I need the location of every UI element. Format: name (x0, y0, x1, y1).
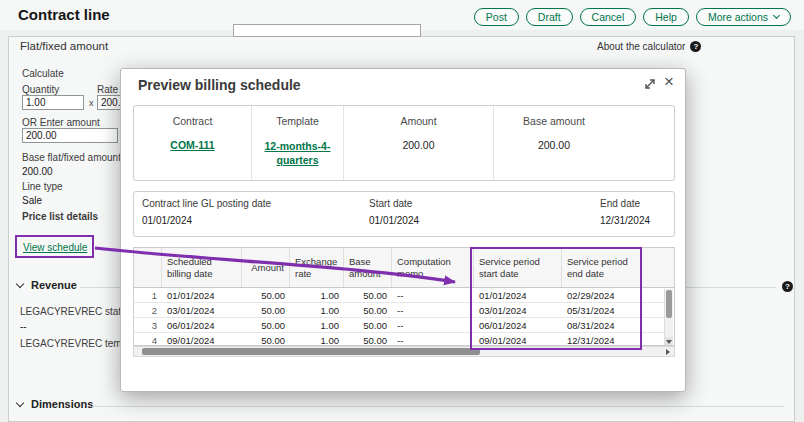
row-number: 1 (134, 288, 162, 302)
service-period-end-cell: 05/31/2024 (562, 303, 642, 317)
rate-label: Rate (97, 84, 118, 95)
start-date-label: Start date (369, 198, 419, 209)
template-link[interactable]: 12-months-4-quarters (258, 139, 338, 167)
end-date-label: End date (600, 198, 650, 209)
exchange-rate-cell: 1.00 (290, 333, 344, 346)
scroll-down-button[interactable] (665, 337, 673, 346)
computation-memo-header: Computation memo (392, 248, 474, 287)
flat-fixed-amount-title: Flat/fixed amount (20, 40, 108, 52)
amount-cell: 50.00 (242, 288, 290, 302)
chevron-down-icon (16, 398, 24, 406)
amount-cell: 50.00 (242, 333, 290, 346)
row-number: 2 (134, 303, 162, 317)
table-row: 3 06/01/2024 50.00 1.00 50.00 -- 06/01/2… (134, 318, 674, 333)
start-date-value: 01/01/2024 (369, 215, 419, 226)
cancel-button[interactable]: Cancel (580, 8, 637, 26)
help-icon[interactable]: ? (690, 41, 701, 52)
dimensions-section-title: Dimensions (31, 398, 93, 410)
service-period-end-cell: 12/31/2024 (562, 333, 642, 346)
horizontal-scrollbar-thumb[interactable] (142, 348, 480, 355)
post-button[interactable]: Post (474, 8, 519, 26)
gl-posting-date-value: 01/01/2024 (142, 215, 271, 226)
price-list-details-label: Price list details (22, 211, 98, 222)
action-buttons: Post Draft Cancel Help More actions (474, 8, 791, 26)
amount-value: 200.00 (344, 139, 493, 151)
billing-date-cell: 06/01/2024 (162, 318, 242, 332)
summary-card: Contract COM-111 Template 12-months-4-qu… (133, 105, 675, 181)
exchange-rate-cell: 1.00 (290, 303, 344, 317)
billing-date-header: Scheduled billing date (162, 248, 242, 287)
end-date-group: End date 12/31/2024 (600, 198, 650, 226)
base-amount-label: Base flat/fixed amount (22, 152, 121, 163)
line-type-value: Sale (22, 195, 42, 206)
exchange-rate-cell: 1.00 (290, 318, 344, 332)
billing-date-cell: 01/01/2024 (162, 288, 242, 302)
line-type-label: Line type (22, 181, 63, 192)
service-period-start-cell: 03/01/2024 (474, 303, 562, 317)
summary-contract: Contract COM-111 (134, 106, 252, 180)
billing-date-cell: 03/01/2024 (162, 303, 242, 317)
about-calculator-link[interactable]: About the calculator ? (597, 41, 701, 52)
contract-line-page: Contract line Post Draft Cancel Help Mor… (0, 0, 804, 422)
revenue-help-icon[interactable]: ? (782, 281, 793, 292)
base-amount-cell: 50.00 (344, 288, 392, 302)
end-date-value: 12/31/2024 (600, 215, 650, 226)
summary-base-amount: Base amount 200.00 (494, 106, 614, 180)
more-actions-button[interactable]: More actions (696, 8, 791, 26)
row-number: 4 (134, 333, 162, 346)
section-divider (92, 406, 784, 407)
vertical-scrollbar[interactable] (664, 289, 673, 346)
draft-button[interactable]: Draft (526, 8, 573, 26)
table-row: 4 09/01/2024 50.00 1.00 50.00 -- 09/01/2… (134, 333, 674, 346)
close-icon[interactable]: × (664, 72, 674, 92)
chevron-down-icon (773, 12, 780, 19)
amount-label: Amount (344, 115, 493, 127)
calculate-label: Calculate (22, 68, 64, 79)
legacyrevrec-status-label: LEGACYREVREC status (20, 306, 132, 317)
preview-billing-schedule-modal: Preview billing schedule × Contract COM-… (120, 68, 686, 392)
computation-memo-cell: -- (392, 288, 474, 302)
about-calculator-label: About the calculator (597, 41, 685, 52)
or-enter-amount-label: OR Enter amount (22, 117, 100, 128)
scroll-right-button[interactable] (663, 348, 673, 355)
table-row: 1 01/01/2024 50.00 1.00 50.00 -- 01/01/2… (134, 288, 674, 303)
truncated-field[interactable] (233, 24, 421, 37)
quantity-input[interactable] (22, 95, 84, 110)
service-period-end-cell: 08/31/2024 (562, 318, 642, 332)
computation-memo-cell: -- (392, 303, 474, 317)
summary-template: Template 12-months-4-quarters (252, 106, 344, 180)
vertical-scrollbar-thumb[interactable] (666, 290, 672, 318)
dimensions-section-header[interactable]: Dimensions (17, 398, 93, 410)
expand-icon[interactable] (643, 77, 657, 91)
summary-amount: Amount 200.00 (344, 106, 494, 180)
chevron-down-icon (16, 279, 24, 287)
revenue-section-header[interactable]: Revenue (17, 279, 77, 291)
legacyrevrec-status-value: -- (20, 321, 27, 332)
billing-date-cell: 09/01/2024 (162, 333, 242, 346)
horizontal-scrollbar[interactable] (133, 346, 675, 357)
base-amount-value: 200.00 (22, 166, 53, 177)
service-period-start-cell: 01/01/2024 (474, 288, 562, 302)
table-header-row: Scheduled billing date Amount Exchange r… (134, 248, 674, 288)
triangle-down-icon (666, 340, 672, 344)
triangle-right-icon (666, 349, 670, 355)
contract-link[interactable]: COM-111 (134, 139, 251, 151)
start-date-group: Start date 01/01/2024 (369, 198, 419, 226)
page-title: Contract line (18, 6, 110, 23)
more-actions-label: More actions (708, 11, 768, 23)
amount-header: Amount (242, 248, 290, 287)
base-amount-cell: 50.00 (344, 318, 392, 332)
row-number: 3 (134, 318, 162, 332)
base-amount-label: Base amount (494, 115, 614, 127)
help-button[interactable]: Help (643, 8, 689, 26)
service-period-start-cell: 09/01/2024 (474, 333, 562, 346)
exchange-rate-cell: 1.00 (290, 288, 344, 302)
contract-label: Contract (134, 115, 251, 127)
view-schedule-link[interactable]: View schedule (23, 242, 87, 253)
dates-card: Contract line GL posting date 01/01/2024… (133, 191, 675, 237)
base-amount-header: Base amount (344, 248, 392, 287)
base-amount-cell: 50.00 (344, 303, 392, 317)
enter-amount-input[interactable] (22, 128, 118, 143)
quantity-label: Quantity (22, 84, 59, 95)
gl-posting-date-label: Contract line GL posting date (142, 198, 271, 209)
